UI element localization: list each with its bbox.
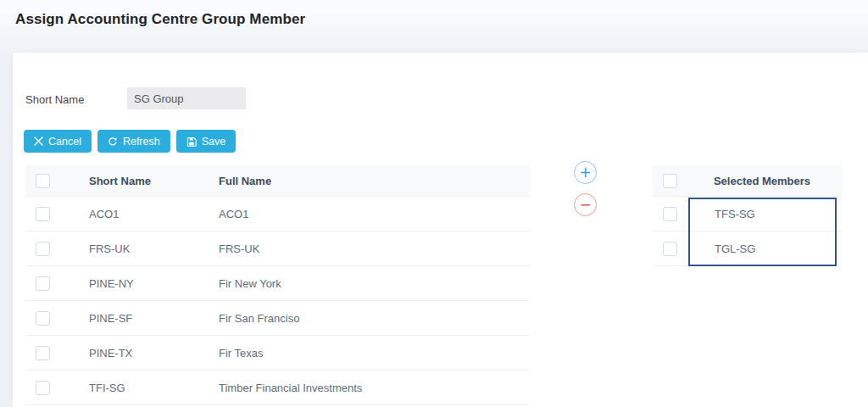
cell-full-name: Fir Texas (219, 347, 530, 360)
cell-member-name: TFS-SG (715, 208, 755, 220)
cell-full-name: Fir New York (219, 277, 530, 290)
row-checkbox[interactable] (36, 346, 50, 360)
cell-full-name: ACO1 (219, 208, 530, 220)
select-all-checkbox[interactable] (36, 174, 50, 188)
row-checkbox[interactable] (36, 207, 50, 221)
refresh-button[interactable]: Refresh (97, 130, 170, 153)
short-name-input[interactable] (127, 87, 246, 109)
cell-short-name: FRS-UK (89, 243, 219, 255)
minus-icon: − (579, 198, 591, 212)
content-card: Short Name Cancel Refresh Save Short Nam… (13, 53, 868, 407)
row-checkbox[interactable] (663, 242, 677, 256)
cell-short-name: PINE-SF (89, 312, 219, 325)
refresh-button-label: Refresh (123, 136, 160, 148)
selected-table-row: TGL-SG (653, 231, 842, 266)
row-checkbox[interactable] (36, 381, 50, 395)
available-members-table: Short Name Full Name ACO1 ACO1 FRS-UK FR… (25, 165, 530, 405)
cancel-button[interactable]: Cancel (24, 130, 92, 153)
selected-select-all-checkbox[interactable] (663, 174, 677, 188)
cell-full-name: Fir San Franciso (219, 312, 530, 325)
cell-short-name: PINE-NY (89, 277, 219, 290)
row-checkbox[interactable] (663, 207, 677, 221)
column-header-short-name: Short Name (89, 175, 219, 187)
close-icon (34, 137, 43, 146)
toolbar: Cancel Refresh Save (24, 130, 236, 153)
remove-member-button[interactable]: − (574, 193, 597, 216)
table-row: PINE-SF Fir San Franciso (25, 301, 530, 336)
table-row: FRS-UK FRS-UK (25, 231, 530, 266)
row-checkbox[interactable] (36, 242, 50, 256)
short-name-label: Short Name (25, 93, 84, 106)
column-header-selected-members: Selected Members (677, 175, 842, 187)
cell-member-name: TGL-SG (715, 243, 755, 255)
column-header-full-name: Full Name (219, 175, 530, 187)
table-row: PINE-TX Fir Texas (25, 336, 530, 371)
cell-full-name: FRS-UK (219, 243, 530, 255)
row-checkbox[interactable] (36, 276, 50, 291)
table-row: TFI-SG Timber Financial Investments (25, 371, 530, 405)
save-button-label: Save (202, 136, 226, 148)
cancel-button-label: Cancel (48, 136, 81, 148)
add-member-button[interactable]: + (574, 161, 597, 184)
selected-members-table: Selected Members TFS-SG TGL-SG (653, 165, 842, 266)
cell-short-name: ACO1 (89, 208, 219, 220)
table-row: ACO1 ACO1 (25, 197, 530, 231)
save-button[interactable]: Save (176, 130, 236, 153)
selected-table-header: Selected Members (653, 165, 842, 197)
cell-short-name: TFI-SG (89, 382, 219, 394)
page-title: Assign Accounting Centre Group Member (15, 11, 305, 28)
selected-table-row: TFS-SG (653, 197, 842, 231)
table-row: PINE-NY Fir New York (25, 266, 530, 301)
plus-icon: + (579, 165, 591, 180)
save-icon (186, 137, 197, 147)
cell-full-name: Timber Financial Investments (219, 382, 530, 394)
row-checkbox[interactable] (36, 311, 50, 326)
refresh-icon (108, 137, 118, 147)
available-table-header: Short Name Full Name (25, 165, 530, 197)
cell-short-name: PINE-TX (89, 347, 219, 360)
